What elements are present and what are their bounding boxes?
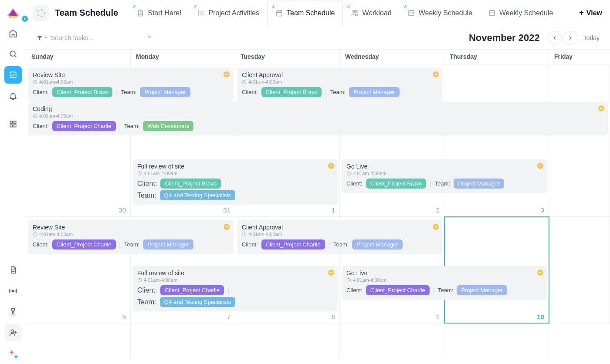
day-cell[interactable] — [340, 324, 444, 358]
day-number: 2 — [436, 206, 440, 214]
client-label: Client: — [242, 241, 258, 248]
team-label: Team: — [330, 89, 346, 95]
status-dot-icon — [328, 163, 334, 169]
pin-icon — [402, 3, 407, 11]
tab-label: Workload — [362, 9, 391, 17]
svg-rect-3 — [14, 121, 16, 123]
status-dot-icon — [433, 71, 439, 78]
svg-rect-14 — [409, 10, 414, 16]
event-card[interactable]: Go Live4:01am-4:00amClient:Client_Projec… — [342, 159, 547, 193]
team-chip[interactable]: Project Manager — [454, 179, 504, 189]
list-icon — [197, 9, 205, 17]
broadcast-icon[interactable] — [4, 282, 22, 300]
home-icon[interactable] — [4, 24, 22, 42]
event-title: Go Live — [346, 163, 542, 170]
client-chip[interactable]: Client_Project Bravo — [160, 179, 221, 189]
tab-workload[interactable]: Workload — [343, 0, 399, 26]
team-chip[interactable]: Project Manager — [352, 239, 402, 249]
event-title: Client Approval — [242, 224, 438, 231]
client-chip[interactable]: Client_Project Charlie — [261, 239, 325, 249]
client-chip[interactable]: Client_Project Charlie — [52, 239, 116, 249]
client-chip[interactable]: Client_Project Bravo — [52, 87, 113, 97]
tab-project-activities[interactable]: Project Activities — [190, 0, 267, 26]
filter-icon[interactable] — [37, 35, 48, 41]
docs-icon[interactable] — [4, 261, 22, 279]
client-chip[interactable]: Client_Project Bravo — [261, 87, 322, 97]
team-chip[interactable]: QA and Testing Specialists — [160, 190, 236, 200]
add-view-button[interactable]: + View — [571, 8, 610, 17]
day-cell[interactable]: 3 — [444, 64, 549, 216]
team-label: Team: — [137, 192, 156, 199]
divider: | — [227, 286, 229, 294]
svg-rect-1 — [10, 72, 16, 78]
svg-point-6 — [12, 290, 14, 291]
svg-point-7 — [11, 330, 14, 333]
client-label: Client: — [346, 180, 363, 187]
logo[interactable] — [5, 4, 21, 20]
event-card[interactable]: Full review of site4:01am-4:00amClient:C… — [133, 159, 338, 205]
tab-label: Team Schedule — [287, 9, 335, 17]
tab-weekly-schedule[interactable]: Weekly Schedule — [400, 0, 480, 26]
day-cell[interactable] — [235, 324, 340, 358]
client-chip[interactable]: Client_Project Charlie — [366, 285, 430, 295]
calendar-box-icon — [488, 9, 496, 17]
client-chip[interactable]: Client_Project Charlie — [160, 285, 224, 295]
team-chip[interactable]: Project Manager — [143, 239, 193, 249]
team-chip[interactable]: Project Manager — [140, 87, 190, 97]
day-cell[interactable] — [444, 324, 549, 358]
day-number: 3 — [541, 206, 544, 214]
svg-rect-15 — [489, 10, 495, 16]
event-time: 4:01am-4:00am — [346, 171, 542, 176]
client-chip[interactable]: Client_Project Bravo — [366, 179, 427, 189]
team-chip[interactable]: Project Manager — [349, 87, 399, 97]
add-user-icon[interactable] — [4, 324, 22, 341]
collapse-chevron-icon[interactable] — [146, 34, 152, 42]
day-number: 30 — [119, 206, 126, 214]
status-dot-icon — [224, 224, 230, 230]
page-chip[interactable] — [33, 5, 49, 21]
svg-point-12 — [353, 10, 355, 13]
today-button[interactable]: Today — [583, 34, 600, 41]
day-cell[interactable] — [549, 217, 610, 323]
team-chip[interactable]: Project Manager — [457, 285, 507, 295]
event-card[interactable]: Coding4:01am-4:00amClient:Client_Project… — [28, 102, 608, 135]
day-number: 10 — [537, 313, 544, 320]
day-header: Wednesday — [340, 50, 444, 64]
apps-icon[interactable] — [4, 115, 22, 133]
svg-rect-2 — [10, 121, 12, 123]
event-card[interactable]: Client Approval4:01am-4:00amClient:Clien… — [237, 220, 442, 254]
event-card[interactable]: Go Live4:01am-4:00amClient:Client_Projec… — [342, 266, 547, 300]
notifications-icon[interactable] — [4, 87, 22, 104]
prev-month-button[interactable] — [548, 31, 562, 45]
day-cell[interactable] — [549, 64, 610, 216]
event-card[interactable]: Review Site4:01am-4:00amClient:Client_Pr… — [28, 68, 233, 101]
ai-icon[interactable]: ✦✦ — [4, 345, 22, 362]
event-title: Go Live — [346, 270, 542, 276]
weeks: 3031123Review Site4:01am-4:00amClient:Cl… — [26, 64, 610, 364]
search-input[interactable] — [51, 34, 138, 41]
client-chip[interactable]: Client_Project Charlie — [52, 121, 116, 131]
event-card[interactable]: Full review of site4:01am-4:00amClient:C… — [133, 266, 338, 311]
day-header: Tuesday — [235, 50, 340, 64]
tab-weekly-schedule[interactable]: Weekly Schedule — [480, 0, 561, 26]
goals-icon[interactable] — [4, 303, 22, 320]
plus-icon: + — [579, 8, 584, 17]
add-view-label: View — [586, 9, 602, 17]
team-chip[interactable]: QA and Testing Specialists — [160, 297, 236, 307]
tabs: Start Here!Project ActivitiesTeam Schedu… — [129, 0, 569, 26]
tasks-icon[interactable] — [4, 66, 22, 84]
day-cell[interactable] — [131, 324, 235, 358]
search-icon[interactable] — [4, 45, 22, 63]
event-time: 4:01am-4:00am — [346, 277, 542, 283]
day-cell[interactable] — [549, 324, 610, 358]
next-month-button[interactable] — [563, 31, 577, 45]
event-card[interactable]: Review Site4:01am-4:00amClient:Client_Pr… — [28, 220, 233, 254]
status-dot-icon — [537, 270, 543, 276]
collapse-sidebar-button[interactable] — [21, 15, 29, 23]
week-row: 3031123Review Site4:01am-4:00amClient:Cl… — [26, 64, 610, 217]
team-chip[interactable]: Web Developers — [143, 121, 193, 131]
day-cell[interactable] — [26, 324, 131, 358]
event-card[interactable]: Client Approval4:01am-4:00amClient:Clien… — [237, 68, 442, 101]
tab-team-schedule[interactable]: Team Schedule — [267, 0, 343, 26]
tab-start-here-[interactable]: Start Here! — [129, 0, 189, 26]
